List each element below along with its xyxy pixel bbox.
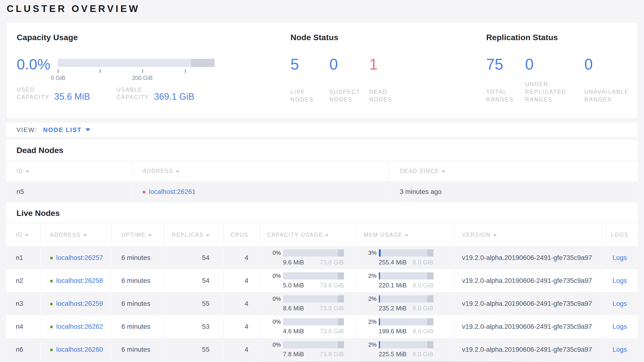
node-logs-link[interactable]: Logs [612, 300, 627, 307]
live-col-header-logs: LOGS [602, 224, 638, 246]
usable-capacity-stat: USABLE CAPACITY 369.1 GiB [116, 86, 194, 101]
sort-desc-icon [206, 234, 210, 237]
used-capacity-label: USED CAPACITY [17, 86, 50, 101]
sort-desc-icon [148, 234, 152, 237]
nodes-panel: Dead Nodes ID ADDRESS DEAD SINCE n5 loca… [6, 139, 638, 361]
dead-col-header-address[interactable]: ADDRESS [133, 161, 388, 181]
live-col-header-uptime[interactable]: UPTIME [111, 224, 164, 246]
suspect-nodes-stat: 0 SUSPECT NODES [330, 56, 369, 103]
capacity-bar-used-segment [191, 59, 214, 67]
summary-card: Capacity Usage 0.0% 0 GiB 200 GiB [6, 22, 638, 119]
sort-desc-icon [404, 234, 408, 237]
node-version: v19.2.0-alpha.20190606-2491-gfe735c9a97 [454, 338, 602, 361]
node-cpus: 4 [223, 246, 260, 269]
dead-node-id: n5 [6, 181, 133, 202]
live-nodes-heading: Live Nodes [6, 202, 638, 224]
chevron-down-icon [86, 128, 90, 131]
node-address-link[interactable]: localhost:26259 [56, 300, 103, 307]
axis-tick-label: 0 GiB [51, 75, 65, 81]
node-uptime: 6 minutes [111, 246, 164, 269]
dead-node-row: n5 localhost:26261 3 minutes ago [6, 181, 638, 202]
capacity-bar-track [58, 59, 214, 67]
node-replicas: 55 [164, 292, 223, 315]
node-capacity-usage: 0% 9.6 MiB73.8 GiB [260, 246, 356, 269]
node-mem-usage: 3% 255.4 MiB8.0 GiB [356, 246, 454, 269]
live-col-header-id[interactable]: ID [6, 224, 40, 246]
page-bottom-shadow [190, 361, 615, 362]
node-id: n1 [6, 246, 40, 269]
page-title: CLUSTER OVERVIEW [6, 3, 638, 14]
node-logs-link[interactable]: Logs [612, 254, 627, 261]
node-id: n6 [6, 338, 40, 361]
node-version: v19.2.0-alpha.20190606-2491-gfe735c9a97 [454, 269, 602, 292]
live-node-row: n1 localhost:26257 6 minutes 54 4 0% 9.6… [6, 246, 638, 269]
node-logs-link[interactable]: Logs [612, 346, 627, 353]
usable-capacity-value: 369.1 GiB [154, 92, 194, 102]
view-dropdown[interactable]: NODE LIST [43, 126, 90, 134]
node-cpus: 4 [223, 269, 260, 292]
usable-capacity-label: USABLE CAPACITY [116, 86, 149, 101]
used-capacity-value: 35.6 MiB [54, 92, 90, 102]
live-col-header-replicas[interactable]: REPLICAS [164, 224, 223, 246]
live-col-header-cpus[interactable]: CPUS [223, 224, 260, 246]
dead-col-header-id[interactable]: ID [6, 161, 133, 181]
node-replicas: 54 [164, 246, 223, 269]
node-version: v19.2.0-alpha.20190606-2491-gfe735c9a97 [454, 315, 602, 338]
live-col-header-version[interactable]: VERSION [454, 224, 602, 246]
node-capacity-usage: 0% 7.8 MiB73.8 GiB [260, 338, 356, 361]
axis-tick-label: 200 GiB [132, 75, 153, 81]
sort-desc-icon [493, 234, 497, 237]
node-logs-link[interactable]: Logs [612, 277, 627, 284]
node-cpus: 4 [223, 315, 260, 338]
node-replicas: 53 [164, 315, 223, 338]
live-status-dot-icon [50, 280, 53, 282]
node-id: n2 [6, 269, 40, 292]
live-col-header-capacity-usage[interactable]: CAPACITY USAGE [260, 224, 356, 246]
live-col-header-mem-usage[interactable]: MEM USAGE [356, 224, 454, 246]
axis-tick [185, 69, 186, 73]
mem-bar [379, 318, 434, 325]
live-nodes-table: ID ADDRESS UPTIME REPLICAS CPUS CAPACITY… [6, 224, 638, 361]
live-status-dot-icon [50, 349, 53, 351]
live-node-row: n4 localhost:26262 6 minutes 53 4 0% 4.6… [6, 315, 638, 338]
node-address-link[interactable]: localhost:26258 [56, 277, 103, 284]
mem-bar [379, 249, 434, 257]
node-id: n4 [6, 315, 40, 338]
dead-node-address-link[interactable]: localhost:26261 [149, 188, 196, 195]
live-node-row: n6 localhost:26260 6 minutes 55 4 0% 7.8… [6, 338, 638, 361]
node-replicas: 54 [164, 269, 223, 292]
sort-desc-icon [25, 234, 29, 237]
mem-bar [379, 272, 434, 279]
dead-status-dot-icon [143, 191, 145, 194]
node-address-link[interactable]: localhost:26257 [56, 254, 103, 261]
node-address-link[interactable]: localhost:26262 [56, 323, 103, 330]
node-mem-usage: 2% 235.2 MiB8.0 GiB [356, 292, 454, 315]
node-logs-link[interactable]: Logs [612, 323, 627, 330]
node-address-link[interactable]: localhost:26260 [56, 346, 103, 353]
cluster-overview-page: CLUSTER OVERVIEW Capacity Usage 0.0% 0 G… [0, 0, 644, 362]
sort-desc-icon [26, 170, 29, 173]
sort-desc-icon [442, 170, 446, 173]
axis-tick [142, 69, 143, 73]
node-uptime: 6 minutes [111, 315, 164, 338]
node-capacity-usage: 0% 8.6 MiB73.8 GiB [260, 292, 356, 315]
axis-tick [58, 69, 58, 73]
live-status-dot-icon [50, 303, 53, 305]
node-mem-usage: 2% 225.5 MiB8.0 GiB [356, 338, 454, 361]
total-ranges-stat: 75 TOTAL RANGES [486, 56, 525, 103]
capacity-bar [283, 272, 344, 279]
node-version: v19.2.0-alpha.20190606-2491-gfe735c9a97 [454, 246, 602, 269]
node-version: v19.2.0-alpha.20190606-2491-gfe735c9a97 [454, 292, 602, 315]
under-replicated-ranges-stat: 0 UNDER- REPLICATED RANGES [525, 56, 584, 103]
node-replicas: 55 [164, 338, 223, 361]
capacity-bar [283, 295, 344, 302]
dead-nodes-table: ID ADDRESS DEAD SINCE n5 localhost:26261… [6, 161, 638, 202]
axis-tick [100, 69, 100, 73]
node-uptime: 6 minutes [111, 338, 164, 361]
node-id: n3 [6, 292, 40, 315]
node-cpus: 4 [223, 338, 260, 361]
live-col-header-address[interactable]: ADDRESS [40, 224, 111, 246]
dead-col-header-dead-since[interactable]: DEAD SINCE [388, 161, 638, 181]
capacity-bar [283, 341, 344, 348]
live-nodes-stat: 5 LIVE NODES [290, 56, 330, 103]
